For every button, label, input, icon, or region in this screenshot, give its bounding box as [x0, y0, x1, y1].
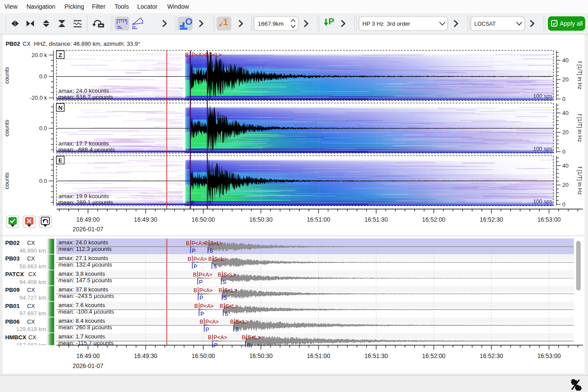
- svg-text:B: B: [193, 287, 197, 294]
- svg-text:S: S: [210, 248, 213, 254]
- svg-text:f [1/T] in Hz: f [1/T] in Hz: [577, 61, 583, 89]
- svg-text:CX: CX: [28, 334, 37, 341]
- svg-text:16:53:00: 16:53:00: [537, 353, 561, 359]
- svg-text:CX: CX: [27, 303, 35, 309]
- svg-text:amax: 24.0 kcounts: amax: 24.0 kcounts: [58, 88, 109, 94]
- svg-text:amax: 24.0 kcounts: amax: 24.0 kcounts: [58, 239, 108, 246]
- svg-text:97.697 km: 97.697 km: [19, 310, 46, 317]
- svg-text:0: 0: [562, 149, 565, 155]
- svg-text:46.890 km: 46.890 km: [19, 247, 46, 254]
- svg-text:S: S: [208, 200, 212, 206]
- svg-text:S<L>: S<L>: [248, 335, 260, 341]
- svg-text:PB01: PB01: [5, 303, 20, 309]
- svg-text:mean: -688.4 µcounts: mean: -688.4 µcounts: [58, 146, 115, 153]
- svg-text:Filter: Filter: [92, 3, 105, 10]
- svg-text:P<A>: P<A>: [193, 256, 207, 262]
- svg-text:CX: CX: [27, 255, 35, 262]
- svg-text:P: P: [191, 200, 195, 206]
- svg-text:20: 20: [562, 129, 568, 135]
- svg-text:94.408 km: 94.408 km: [19, 279, 46, 285]
- svg-text:S<L>: S<L>: [209, 52, 222, 58]
- svg-text:S<L>: S<L>: [226, 303, 238, 309]
- svg-text:mean: 516.7 µcounts: mean: 516.7 µcounts: [58, 94, 113, 100]
- svg-text:16:49:30: 16:49:30: [134, 353, 158, 359]
- svg-text:P<A>: P<A>: [200, 303, 214, 309]
- svg-text:2026-01-07: 2026-01-07: [73, 226, 104, 233]
- svg-text:40: 40: [562, 162, 568, 169]
- svg-text:16:50:30: 16:50:30: [249, 353, 273, 359]
- svg-text:PB06: PB06: [5, 318, 20, 325]
- svg-text:S: S: [213, 264, 217, 270]
- svg-text:B: B: [242, 335, 245, 341]
- svg-text:amax: 8.4 kcounts: amax: 8.4 kcounts: [58, 318, 105, 324]
- svg-text:PB02: PB02: [5, 240, 20, 246]
- svg-text:P: P: [200, 311, 204, 317]
- svg-text:20: 20: [562, 76, 568, 83]
- svg-text:S<L>: S<L>: [210, 240, 223, 247]
- svg-text:CX: CX: [27, 287, 35, 293]
- svg-text:16:50:30: 16:50:30: [249, 216, 273, 223]
- svg-text:16:51:00: 16:51:00: [307, 216, 330, 223]
- svg-text:0: 0: [562, 96, 565, 102]
- svg-text:P<A>: P<A>: [206, 319, 219, 325]
- svg-text:16:50:00: 16:50:00: [192, 353, 215, 359]
- svg-text:P: P: [328, 17, 334, 26]
- svg-text:20: 20: [562, 182, 568, 188]
- svg-text:S: S: [223, 295, 227, 301]
- svg-text:B: B: [186, 240, 189, 247]
- svg-text:Z: Z: [58, 52, 62, 58]
- svg-text:HP 3 Hz 3rd order: HP 3 Hz 3rd order: [362, 20, 410, 27]
- svg-text:View: View: [4, 3, 18, 10]
- svg-text:CX: CX: [28, 271, 37, 277]
- svg-text:0.0: 0.0: [39, 125, 47, 132]
- svg-text:counts: counts: [3, 67, 10, 84]
- svg-text:100 sps: 100 sps: [533, 199, 552, 205]
- svg-text:amax: 3.8 kcounts: amax: 3.8 kcounts: [58, 270, 105, 277]
- svg-text:40: 40: [562, 110, 568, 116]
- svg-text:S: S: [225, 311, 228, 317]
- svg-text:B: B: [219, 287, 222, 294]
- svg-text:16:52:30: 16:52:30: [480, 353, 503, 359]
- svg-text:16:51:30: 16:51:30: [365, 353, 388, 359]
- svg-text:N: N: [58, 105, 63, 111]
- svg-text:P: P: [192, 248, 196, 254]
- svg-text:B: B: [220, 303, 223, 309]
- svg-text:B: B: [208, 335, 211, 341]
- svg-text:Apply all: Apply all: [560, 20, 583, 27]
- svg-text:-20.0 k: -20.0 k: [30, 95, 47, 101]
- svg-text:amax: 1.7 kcounts: amax: 1.7 kcounts: [58, 333, 105, 340]
- svg-text:amax: 17.7 kcounts: amax: 17.7 kcounts: [58, 140, 109, 147]
- svg-text:B: B: [188, 256, 191, 262]
- svg-text:P: P: [194, 264, 197, 270]
- svg-text:16:52:30: 16:52:30: [480, 216, 503, 223]
- svg-text:P<A>B: P<A>B: [192, 52, 209, 58]
- svg-text:Window: Window: [167, 3, 189, 10]
- svg-text:B: B: [185, 52, 189, 58]
- svg-text:100 sps: 100 sps: [533, 146, 552, 152]
- svg-text:Locator: Locator: [137, 3, 158, 10]
- svg-text:S: S: [235, 327, 239, 333]
- svg-text:CX: CX: [27, 318, 35, 325]
- svg-text:Navigation: Navigation: [27, 3, 55, 10]
- svg-text:16:53:00: 16:53:00: [537, 216, 561, 223]
- svg-text:P<A>: P<A>: [199, 272, 212, 278]
- svg-text:f [1/T] in Hz: f [1/T] in Hz: [577, 114, 583, 142]
- svg-text:amax: 7.6 kcounts: amax: 7.6 kcounts: [58, 302, 105, 308]
- svg-text:amax: 19.9 kcounts: amax: 19.9 kcounts: [58, 193, 109, 199]
- svg-text:B: B: [208, 256, 212, 262]
- svg-text:16:50:00: 16:50:00: [192, 216, 215, 223]
- svg-text:S<L>: S<L>: [224, 287, 237, 294]
- svg-text:P: P: [199, 279, 203, 285]
- svg-text:PB02: PB02: [6, 41, 20, 47]
- svg-text:16:49:30: 16:49:30: [134, 216, 158, 223]
- svg-text:P: P: [206, 327, 209, 333]
- svg-text:P<A>: P<A>: [214, 335, 227, 341]
- svg-text:amax: 37.8 kcounts: amax: 37.8 kcounts: [58, 286, 108, 293]
- svg-text:16:52:00: 16:52:00: [422, 353, 446, 359]
- svg-text:S<L>: S<L>: [214, 256, 227, 262]
- svg-text:16:49:00: 16:49:00: [76, 353, 100, 359]
- svg-text:B: B: [194, 303, 198, 309]
- svg-text:58.663 km: 58.663 km: [19, 263, 46, 270]
- svg-text:PB09: PB09: [5, 287, 20, 293]
- svg-text:counts: counts: [3, 172, 10, 189]
